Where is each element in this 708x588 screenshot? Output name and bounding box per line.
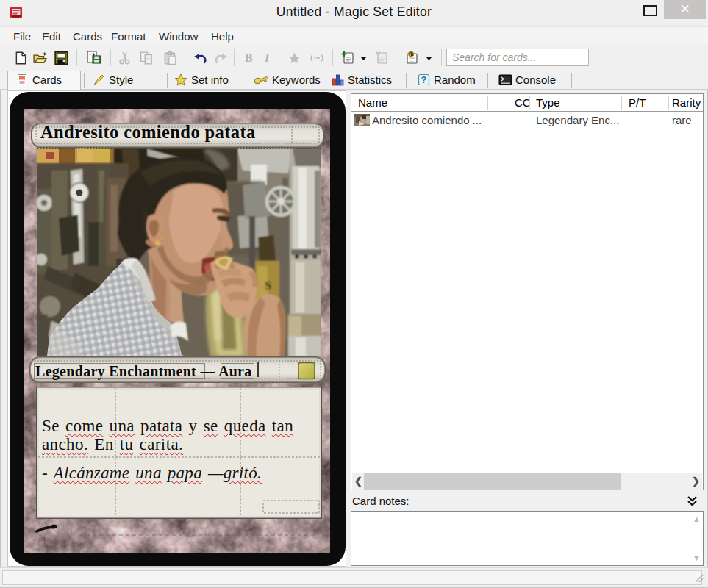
- svg-text:1/1: 1/1: [38, 536, 46, 542]
- svg-text:?: ?: [421, 75, 426, 85]
